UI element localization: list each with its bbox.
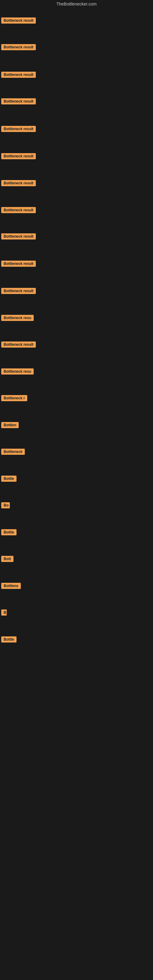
bottleneck-badge[interactable]: Bottleneck result bbox=[1, 207, 36, 213]
bottleneck-badge[interactable]: Bottleneck resu bbox=[1, 368, 33, 375]
bottleneck-result-row: Bottleneck result bbox=[1, 126, 36, 133]
bottleneck-result-row: Bottleneck resu bbox=[1, 315, 33, 322]
bottleneck-badge[interactable]: Bottleneck resu bbox=[1, 315, 33, 321]
bottleneck-result-row: Bottlen bbox=[1, 422, 19, 430]
bottleneck-badge[interactable]: Bottleneck result bbox=[1, 342, 36, 348]
bottleneck-badge[interactable]: Bottleneck r bbox=[1, 395, 27, 401]
bottleneck-badge[interactable]: Bottleneck result bbox=[1, 72, 36, 78]
bottleneck-badge[interactable]: Bottleneck result bbox=[1, 126, 36, 132]
bottleneck-result-row: Bo bbox=[1, 502, 10, 510]
bottleneck-result-row: Bottleneck result bbox=[1, 72, 36, 79]
bottleneck-badge[interactable]: Bottle bbox=[1, 529, 16, 535]
bottleneck-badge[interactable]: B bbox=[1, 609, 7, 616]
results-container: Bottleneck resultBottleneck resultBottle… bbox=[0, 0, 153, 980]
bottleneck-result-row: Bottleneck result bbox=[1, 153, 36, 161]
bottleneck-result-row: Bott bbox=[1, 556, 13, 563]
bottleneck-badge[interactable]: Bottleneck result bbox=[1, 18, 36, 24]
bottleneck-result-row: Bottle bbox=[1, 636, 16, 644]
bottleneck-badge[interactable]: Bottleneck result bbox=[1, 233, 36, 240]
bottleneck-result-row: Bottleneck result bbox=[1, 261, 36, 268]
bottleneck-badge[interactable]: Bottleneck result bbox=[1, 44, 36, 50]
bottleneck-result-row: Bottleneck result bbox=[1, 342, 36, 349]
bottleneck-result-row: Bottleneck bbox=[1, 449, 25, 456]
bottleneck-result-row: B bbox=[1, 609, 7, 617]
bottleneck-result-row: Bottle bbox=[1, 529, 16, 536]
bottleneck-result-row: Bottleneck result bbox=[1, 18, 36, 25]
bottleneck-badge[interactable]: Bottleneck bbox=[1, 449, 25, 455]
bottleneck-badge[interactable]: Bottle bbox=[1, 636, 16, 643]
bottleneck-badge[interactable]: Bottlen bbox=[1, 422, 19, 428]
bottleneck-badge[interactable]: Bo bbox=[1, 502, 10, 508]
bottleneck-badge[interactable]: Bottleneck result bbox=[1, 98, 36, 105]
bottleneck-result-row: Bottleneck result bbox=[1, 207, 36, 215]
bottleneck-result-row: Bottleneck r bbox=[1, 395, 27, 402]
bottleneck-badge[interactable]: Bottle bbox=[1, 476, 16, 482]
bottleneck-result-row: Bottleneck result bbox=[1, 98, 36, 106]
bottleneck-badge[interactable]: Bottleneck result bbox=[1, 180, 36, 186]
bottleneck-result-row: Bottleneck result bbox=[1, 44, 36, 51]
bottleneck-badge[interactable]: Bott bbox=[1, 556, 13, 562]
bottleneck-badge[interactable]: Bottleneck result bbox=[1, 153, 36, 159]
bottleneck-badge[interactable]: Bottlens bbox=[1, 583, 21, 589]
bottleneck-badge[interactable]: Bottleneck result bbox=[1, 261, 36, 267]
bottleneck-badge[interactable]: Bottleneck result bbox=[1, 288, 36, 294]
bottleneck-result-row: Bottlens bbox=[1, 583, 21, 590]
bottleneck-result-row: Bottleneck resu bbox=[1, 368, 33, 376]
bottleneck-result-row: Bottle bbox=[1, 476, 16, 483]
bottleneck-result-row: Bottleneck result bbox=[1, 233, 36, 241]
bottleneck-result-row: Bottleneck result bbox=[1, 180, 36, 188]
bottleneck-result-row: Bottleneck result bbox=[1, 288, 36, 295]
